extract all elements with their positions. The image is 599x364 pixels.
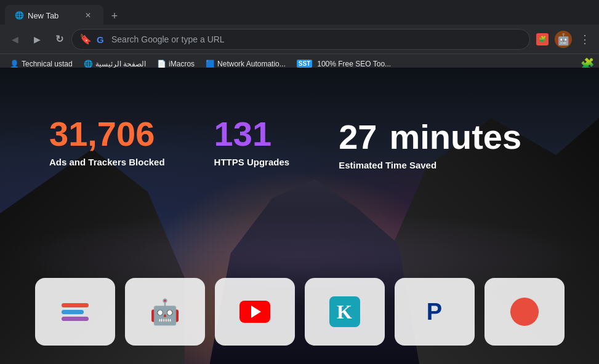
bookmark-label-seo: 100% Free SEO Too...	[317, 60, 391, 68]
google-logo-icon: G	[97, 34, 107, 44]
switchy-bar1	[62, 303, 89, 307]
bookmark-person-icon: 👤	[10, 60, 19, 68]
shortcuts-section: 🤖 K P	[35, 278, 565, 346]
youtube-icon	[238, 295, 272, 329]
toolbar-right: 🧩 🤖 ⋮	[533, 30, 594, 49]
menu-icon: ⋮	[579, 33, 590, 46]
tab-bar: 🌐 New Tab ✕ +	[0, 0, 599, 25]
bookmark-label: Technical ustad	[22, 60, 73, 68]
menu-button[interactable]: ⋮	[574, 30, 594, 49]
shortcut-youtube[interactable]	[215, 278, 295, 346]
address-text: Search Google or type a URL	[111, 34, 522, 44]
bookmark-label-ar: الصفحة الرئيسية	[95, 60, 146, 68]
new-tab-button[interactable]: +	[106, 7, 123, 25]
stats-section: 31,706 Ads and Trackers Blocked 131 HTTP…	[49, 117, 521, 172]
active-tab[interactable]: 🌐 New Tab ✕	[5, 5, 103, 25]
paypal-icon: P	[417, 295, 452, 329]
tab-favicon: 🌐	[15, 11, 24, 20]
forward-button[interactable]: ▶	[27, 30, 47, 49]
address-bar[interactable]: 🔖 G Search Google or type a URL	[71, 29, 530, 50]
robot-icon: 🤖	[148, 295, 182, 329]
time-saved-unit: minutes	[389, 117, 521, 157]
paypal-logo-icon: P	[419, 296, 450, 327]
time-saved-label: Estimated Time Saved	[339, 159, 521, 172]
stat-time-saved: 27 minutes Estimated Time Saved	[339, 117, 521, 172]
time-saved-number: 27	[339, 120, 377, 154]
back-icon: ◀	[12, 34, 18, 44]
stat-https-upgrades: 131 HTTPS Upgrades	[214, 117, 290, 168]
shortcut-robot[interactable]: 🤖	[125, 278, 205, 346]
stat-ads-blocked: 31,706 Ads and Trackers Blocked	[49, 117, 165, 168]
forward-icon: ▶	[34, 34, 41, 44]
shortcut-switchy[interactable]	[35, 278, 115, 346]
shortcut-paypal[interactable]: P	[395, 278, 475, 346]
tab-close-button[interactable]: ✕	[82, 10, 94, 21]
bookmark-doc-icon: 📄	[157, 60, 166, 68]
reddot-circle-icon	[510, 298, 539, 326]
shortcut-reddot[interactable]	[484, 278, 565, 346]
bookmark-label-imacros: iMacros	[169, 60, 195, 68]
https-upgrades-label: HTTPS Upgrades	[214, 156, 290, 168]
switchy-icon	[58, 295, 92, 329]
ads-blocked-number: 31,706	[49, 117, 165, 151]
paypal-p-letter: P	[427, 299, 442, 325]
https-upgrades-number: 131	[214, 117, 290, 151]
switchy-bar2	[62, 310, 84, 314]
bookmark-network-icon: 🟦	[206, 60, 215, 68]
bookmark-sst-icon: SST	[297, 60, 312, 68]
reload-button[interactable]: ↻	[49, 30, 69, 49]
profile-button[interactable]: 🤖	[553, 30, 573, 49]
browser-chrome: 🌐 New Tab ✕ + ◀ ▶ ↻ 🔖 G Search Google or…	[0, 0, 599, 68]
profile-robot-icon: 🤖	[557, 33, 570, 46]
shortcut-klarna[interactable]: K	[305, 278, 385, 346]
ads-blocked-label: Ads and Trackers Blocked	[49, 156, 165, 168]
bookmark-globe-icon: 🌐	[84, 60, 93, 68]
toolbar: ◀ ▶ ↻ 🔖 G Search Google or type a URL 🧩 …	[0, 25, 599, 54]
switchy-bar3	[62, 317, 89, 321]
bookmark-star-icon: 🔖	[79, 33, 92, 45]
tab-title: New Tab	[28, 11, 58, 20]
bookmark-label-network: Network Automatio...	[217, 60, 286, 68]
youtube-play-icon	[239, 301, 270, 323]
extension-icon: 🧩	[536, 33, 549, 46]
klarna-k-icon: K	[329, 296, 360, 327]
reload-icon: ↻	[55, 33, 63, 45]
robot-emoji-icon: 🤖	[150, 298, 180, 326]
back-button[interactable]: ◀	[5, 30, 25, 49]
reddot-icon	[507, 295, 542, 329]
profile-avatar: 🤖	[555, 31, 572, 48]
klarna-icon: K	[328, 295, 362, 329]
extensions-button[interactable]: 🧩	[533, 30, 552, 49]
newtab-page: 31,706 Ads and Trackers Blocked 131 HTTP…	[0, 68, 599, 364]
switchy-bars-icon	[62, 303, 89, 321]
